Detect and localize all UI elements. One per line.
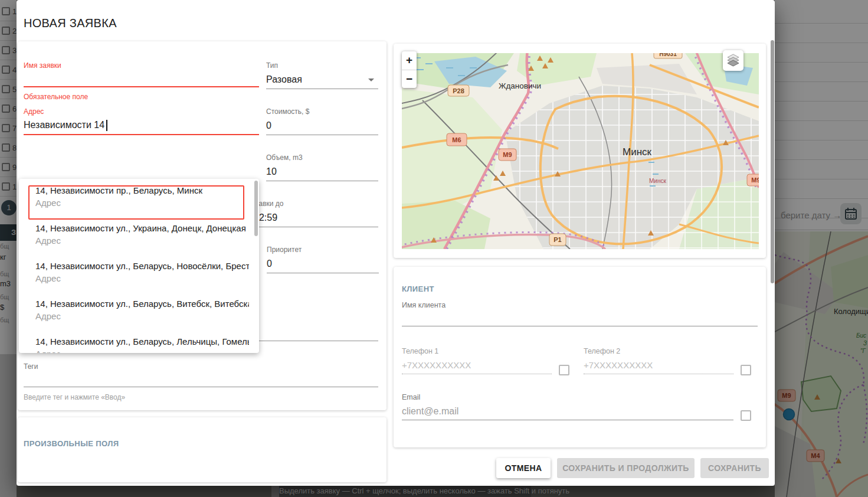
cancel-button[interactable]: ОТМЕНА: [496, 458, 551, 478]
order-name-error: Обязательное поле: [24, 93, 88, 101]
screen: 1 2 3 4 5 6 7 8 9 10 1 З бщ кг бщ m3 бщ …: [0, 0, 868, 497]
email-input[interactable]: client@e.mail: [402, 406, 458, 417]
map-card: Ждановичи Минск Минск Н9031 Р28 М6: [394, 44, 766, 258]
volume-underline: [266, 181, 378, 181]
type-label: Тип: [266, 61, 278, 70]
type-underline: [266, 89, 378, 89]
order-name-underline[interactable]: [24, 86, 259, 87]
svg-text:Р1: Р1: [553, 236, 561, 243]
address-input[interactable]: Независимости 14: [24, 120, 104, 130]
suggestion-title: 14, Независимости ул., Беларусь, Витебск…: [35, 299, 249, 309]
email-checkbox[interactable]: [741, 410, 751, 421]
cost-label: Стоимость, $: [266, 107, 309, 116]
suggestion-title: 14, Независимости пр., Беларусь, Минск: [35, 185, 249, 195]
map-label-minsk: Минск: [623, 146, 652, 158]
suggestion-item[interactable]: 14, Независимости ул., Беларусь, Новосёл…: [19, 254, 259, 292]
modal-scrollbar[interactable]: [771, 40, 774, 283]
phone2-input[interactable]: +7XXXXXXXXXX: [584, 360, 653, 370]
address-underline: [24, 134, 259, 135]
client-heading: КЛИЕНТ: [402, 285, 434, 293]
priority-input[interactable]: 0: [267, 259, 272, 269]
svg-text:Н9031: Н9031: [659, 53, 677, 57]
suggestion-item[interactable]: 14, Независимости ул., Беларусь, Лельчиц…: [19, 330, 259, 353]
road-badge-m9: М9: [499, 149, 516, 161]
order-name-label: Имя заявки: [24, 61, 61, 70]
suggestion-title: 14, Независимости ул., Беларусь, Лельчиц…: [35, 336, 249, 346]
road-badge-p1: Р1: [549, 234, 566, 246]
suggestion-subtitle: Адрес: [35, 198, 61, 208]
zoom-in-button[interactable]: +: [402, 51, 417, 70]
map[interactable]: Ждановичи Минск Минск Н9031 Р28 М6: [402, 53, 759, 249]
phone1-underline: [402, 374, 552, 374]
phone2-checkbox[interactable]: [741, 365, 751, 375]
custom-fields-heading: ПРОИЗВОЛЬНЫЕ ПОЛЯ: [24, 439, 119, 448]
map-label-zhdanovichi: Ждановичи: [499, 81, 541, 90]
email-label: Email: [402, 393, 420, 401]
map-label-minsk-station: Минск: [649, 178, 666, 184]
svg-text:М9: М9: [503, 151, 512, 158]
phone2-label: Телефон 2: [584, 347, 620, 355]
suggestion-subtitle: Адрес: [35, 311, 61, 321]
text-cursor: [106, 120, 107, 131]
cost-input[interactable]: 0: [266, 120, 271, 131]
priority-underline: [267, 273, 379, 273]
svg-text:М6: М6: [452, 136, 461, 143]
road-badge-m6: М6: [447, 133, 467, 146]
suggestion-subtitle: Адрес: [35, 349, 61, 353]
svg-text:Р28: Р28: [453, 87, 464, 94]
road-badge-p28: Р28: [448, 85, 469, 96]
save-button[interactable]: СОХРАНИТЬ: [700, 458, 769, 478]
cost-underline: [266, 135, 378, 135]
client-card: КЛИЕНТ Имя клиента Телефон 1 +7XXXXXXXXX…: [394, 267, 766, 447]
suggestion-item[interactable]: 14, Независимости ул., Украина, Донецк, …: [19, 217, 259, 254]
suggestion-item[interactable]: 14, Независимости ул., Беларусь, Витебск…: [19, 292, 259, 330]
phone2-underline: [584, 374, 733, 374]
suggestion-title: 14, Независимости ул., Украина, Донецк, …: [35, 223, 249, 233]
tags-underline[interactable]: [24, 387, 378, 387]
svg-text:М9: М9: [751, 176, 759, 184]
map-zoom-control: + −: [402, 51, 417, 88]
type-select[interactable]: Разовая: [266, 74, 302, 85]
address-suggestions-dropdown: 14, Независимости пр., Беларусь, Минск А…: [19, 179, 259, 353]
new-order-modal: НОВАЯ ЗАЯВКА Имя заявки Обязательное пол…: [17, 0, 775, 486]
tags-hint: Введите тег и нажмите «Ввод»: [24, 393, 125, 401]
suggestion-title: 14, Независимости ул., Беларусь, Новосёл…: [35, 261, 249, 271]
save-and-continue-button[interactable]: СОХРАНИТЬ И ПРОДОЛЖИТЬ: [557, 458, 695, 478]
suggestion-item[interactable]: 14, Независимости пр., Беларусь, Минск А…: [19, 179, 259, 217]
map-layers-button[interactable]: [723, 50, 743, 71]
client-name-underline[interactable]: [402, 326, 758, 326]
volume-label: Объем, m3: [266, 153, 303, 162]
zoom-out-button[interactable]: −: [402, 70, 417, 88]
road-badge-n-top: Н9031: [654, 53, 682, 58]
road-badge-m9-right: М9: [747, 174, 759, 186]
chevron-down-icon[interactable]: [368, 79, 374, 81]
suggestion-subtitle: Адрес: [35, 236, 61, 246]
suggestion-subtitle: Адрес: [35, 273, 61, 283]
volume-input[interactable]: 10: [266, 166, 277, 177]
phone1-label: Телефон 1: [402, 347, 438, 355]
phone1-checkbox[interactable]: [559, 365, 569, 375]
address-label: Адрес: [24, 107, 44, 116]
order-form-card: Имя заявки Обязательное поле Адрес Незав…: [18, 41, 386, 410]
email-underline: [402, 420, 733, 420]
layers-icon: [723, 50, 743, 71]
custom-fields-card: ПРОИЗВОЛЬНЫЕ ПОЛЯ: [18, 417, 386, 482]
client-name-label: Имя клиента: [402, 301, 446, 309]
tags-label: Теги: [24, 362, 38, 371]
modal-title: НОВАЯ ЗАЯВКА: [24, 17, 117, 30]
dropdown-scrollbar[interactable]: [254, 181, 258, 236]
priority-label: Приоритет: [267, 246, 302, 254]
phone1-input[interactable]: +7XXXXXXXXXX: [402, 360, 471, 370]
